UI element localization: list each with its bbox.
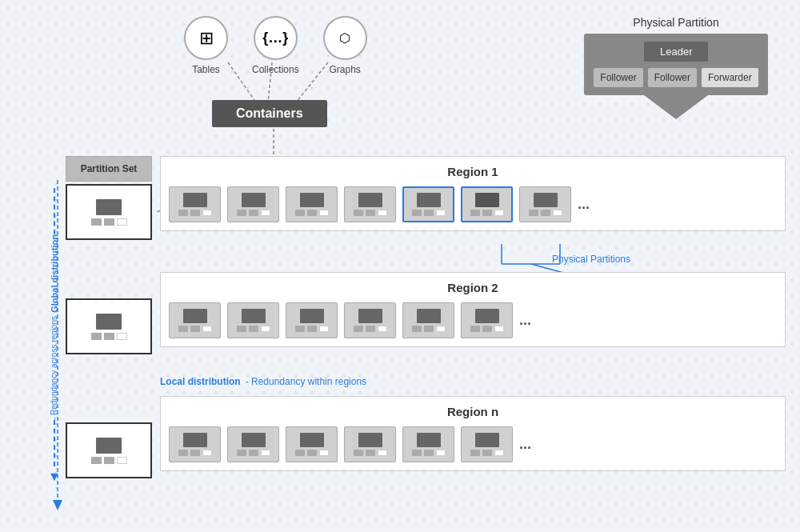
pi-top <box>358 433 382 447</box>
pi-bottom <box>412 210 446 216</box>
ps-top <box>96 438 122 454</box>
pi-rect <box>295 210 305 216</box>
pi-bottom <box>237 210 270 216</box>
partition-icon-r1-3 <box>286 186 338 222</box>
leader-box: Leader <box>644 42 708 62</box>
partition-icon-rn-3 <box>286 426 338 462</box>
pi-top <box>242 309 266 323</box>
ps-icon-1 <box>91 199 127 226</box>
pi-rect <box>237 210 246 216</box>
pi-bottom <box>412 326 446 332</box>
containers-label: Containers <box>236 106 303 120</box>
followers-row: Follower Follower Forwarder <box>592 68 760 87</box>
pi-rect-2 <box>190 210 200 216</box>
redundancy-across-label: - Redundancy across regions <box>50 316 58 420</box>
pi-rect <box>470 210 480 216</box>
pi-rect <box>366 210 375 216</box>
forwarder-box: Forwarder <box>702 68 758 87</box>
pi-top <box>534 193 558 207</box>
partition-icon-r1-6-highlighted <box>461 186 513 222</box>
pi-rect-3 <box>202 210 212 216</box>
region-1-partitions: ... <box>169 186 777 222</box>
region-1-row: Region 1 <box>160 156 786 231</box>
pi-bottom <box>354 326 387 332</box>
pi-bottom <box>470 210 504 216</box>
ps-bottom <box>91 333 127 340</box>
region-2-partitions: ... <box>169 302 777 338</box>
containers-box: Containers <box>212 100 327 127</box>
collections-icon-item: {…} Collections <box>252 16 299 75</box>
region-n-dots: ... <box>519 436 531 453</box>
pi-top <box>475 193 499 207</box>
pi-rect <box>529 210 538 216</box>
ps-rect <box>104 218 114 226</box>
pi-top <box>300 309 324 323</box>
partition-icon-rn-5 <box>402 426 454 462</box>
pi-top <box>417 433 441 447</box>
tables-icon-item: ⊞ Tables <box>184 16 228 75</box>
ps-top <box>96 199 122 215</box>
main-diagram-area: Global distribution - Redundancy across … <box>48 156 786 516</box>
follower-box-2: Follower <box>648 68 697 87</box>
pi-top <box>183 309 207 323</box>
region-1-dots: ... <box>578 196 590 213</box>
partition-icon-rn-6 <box>461 426 513 462</box>
pi-rect <box>412 210 422 216</box>
pi-bottom <box>470 326 504 332</box>
pi-rect <box>541 210 550 216</box>
ps-icon-n <box>91 438 127 464</box>
funnel-shape <box>644 95 708 119</box>
pi-bottom <box>295 326 329 332</box>
pi-bottom <box>354 450 387 456</box>
ps-top <box>96 314 122 330</box>
region-2-title: Region 2 <box>169 281 777 294</box>
partition-icon-r2-6 <box>461 302 513 338</box>
partition-icon-r1-5-highlighted <box>402 186 454 222</box>
region-n-row: Region n <box>160 396 786 471</box>
pi-bottom <box>529 210 562 216</box>
partition-icon-r1-7 <box>519 186 571 222</box>
region-2-dots: ... <box>519 312 531 329</box>
pi-rect <box>553 210 562 216</box>
diagram-container: ⊞ Tables {…} Collections ⬡ Graphs Contai… <box>0 0 800 532</box>
pi-top <box>242 433 266 447</box>
pi-rect <box>261 210 270 216</box>
pi-top <box>300 433 324 447</box>
physical-partitions-label: Physical Partitions <box>552 254 630 265</box>
pi-top <box>242 193 266 207</box>
region-n-title: Region n <box>169 405 777 418</box>
follower-box-1: Follower <box>594 68 642 87</box>
partition-icon-r2-4 <box>344 302 396 338</box>
region-n-partitions: ... <box>169 426 777 462</box>
global-distribution-area: Global distribution - Redundancy across … <box>48 188 61 484</box>
pi-rect <box>319 210 329 216</box>
tables-label: Tables <box>192 64 220 75</box>
graphs-icon: ⬡ <box>323 16 367 60</box>
pi-top <box>183 193 207 207</box>
partition-icon-r2-1 <box>169 302 221 338</box>
ps-bottom <box>91 218 127 226</box>
pi-top <box>358 193 382 207</box>
redundancy-within-label: - Redundancy within regions <box>246 376 366 387</box>
partition-icon-rn-4 <box>344 426 396 462</box>
physical-partition-outer: Physical Partition Leader Follower Follo… <box>584 16 768 119</box>
partition-icon-rn-2 <box>227 426 279 462</box>
ps-bottom <box>91 457 127 464</box>
collections-label: Collections <box>252 64 299 75</box>
physical-partition-title: Physical Partition <box>584 16 768 29</box>
pi-bottom <box>354 210 387 216</box>
ps-icon-2 <box>91 314 127 340</box>
partition-icon-r2-2 <box>227 302 279 338</box>
pi-bottom <box>237 450 270 456</box>
pi-bottom <box>412 450 446 456</box>
pi-rect <box>378 210 387 216</box>
pi-top <box>358 309 382 323</box>
partition-icon-rn-1 <box>169 426 221 462</box>
partition-icon-r2-3 <box>286 302 338 338</box>
pi-bottom <box>178 210 212 216</box>
pi-rect-1 <box>178 210 188 216</box>
local-dist-label: Local distribution <box>160 376 241 387</box>
pi-rect <box>436 210 446 216</box>
pi-bottom <box>237 326 270 332</box>
partition-icon-r1-1 <box>169 186 221 222</box>
